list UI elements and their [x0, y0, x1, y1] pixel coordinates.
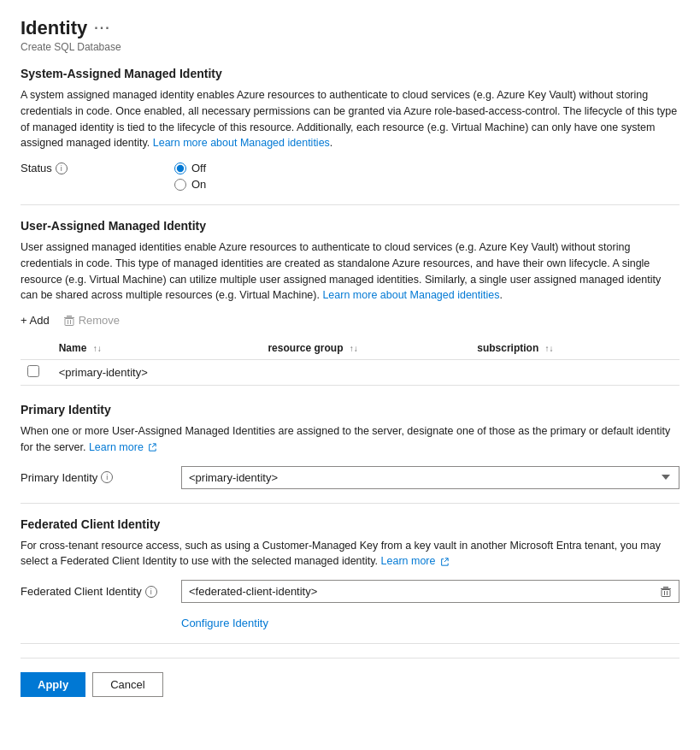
- federated-client-input[interactable]: [182, 581, 653, 602]
- row-sub-cell: [470, 360, 679, 386]
- federated-client-description: For cross-tenant resource access, such a…: [21, 538, 679, 570]
- federated-client-section: Federated Client Identity For cross-tena…: [21, 517, 679, 630]
- status-label: Status i: [21, 162, 174, 174]
- status-on-radio[interactable]: [174, 179, 186, 191]
- svg-rect-7: [662, 589, 670, 596]
- svg-rect-3: [68, 320, 68, 324]
- page-title: Identity ···: [21, 17, 679, 39]
- primary-identity-field-label: Primary Identity i: [21, 471, 174, 484]
- sort-sub-icon[interactable]: ↑↓: [545, 344, 554, 353]
- svg-rect-0: [64, 317, 74, 318]
- user-assigned-table-container: Name ↑↓ resource group ↑↓ subscription ↑…: [21, 337, 679, 386]
- status-off-label: Off: [191, 162, 206, 174]
- remove-button[interactable]: Remove: [63, 314, 120, 327]
- svg-rect-5: [661, 588, 671, 589]
- federated-client-input-wrapper: [181, 580, 679, 603]
- federated-client-delete-button[interactable]: [653, 582, 679, 602]
- apply-button[interactable]: Apply: [21, 672, 85, 697]
- primary-identity-select[interactable]: <primary-identity>: [181, 466, 679, 489]
- primary-identity-title: Primary Identity: [21, 403, 679, 416]
- row-checkbox-cell[interactable]: [21, 360, 52, 386]
- external-link-icon: [148, 443, 156, 452]
- user-assigned-table: Name ↑↓ resource group ↑↓ subscription ↑…: [21, 337, 679, 385]
- system-assigned-learn-more[interactable]: Learn more about Managed identities: [153, 137, 330, 149]
- divider-2: [21, 503, 679, 504]
- row-name-cell: <primary-identity>: [52, 360, 262, 386]
- status-on-label: On: [191, 178, 206, 191]
- federated-client-info-icon[interactable]: i: [145, 586, 157, 598]
- primary-identity-field-row: Primary Identity i <primary-identity>: [21, 466, 679, 489]
- col-sub-header: subscription ↑↓: [470, 337, 679, 360]
- row-rg-cell: [261, 360, 470, 386]
- svg-rect-4: [70, 320, 71, 324]
- trash-icon: [63, 315, 75, 327]
- user-assigned-section: User-Assigned Managed Identity User assi…: [21, 219, 679, 386]
- status-radio-group: Off On: [174, 162, 206, 191]
- title-ellipsis: ···: [94, 21, 110, 36]
- federated-client-learn-more[interactable]: Learn more: [381, 555, 449, 567]
- primary-identity-section: Primary Identity When one or more User-A…: [21, 403, 679, 489]
- user-assigned-title: User-Assigned Managed Identity: [21, 219, 679, 233]
- col-checkbox: [21, 337, 52, 360]
- federated-external-link-icon: [440, 558, 449, 566]
- federated-client-field-row: Federated Client Identity i: [21, 580, 679, 603]
- system-assigned-description: A system assigned managed identity enabl…: [21, 87, 679, 151]
- system-assigned-section: System-Assigned Managed Identity A syste…: [21, 67, 679, 191]
- table-row: <primary-identity>: [21, 360, 679, 386]
- svg-rect-1: [67, 316, 72, 317]
- status-on-option[interactable]: On: [174, 178, 206, 191]
- svg-rect-9: [667, 591, 668, 595]
- federated-client-title: Federated Client Identity: [21, 517, 679, 531]
- cancel-button[interactable]: Cancel: [92, 672, 162, 697]
- user-assigned-description: User assigned managed identities enable …: [21, 239, 679, 304]
- col-rg-header: resource group ↑↓: [261, 337, 470, 360]
- primary-identity-description: When one or more User-Assigned Managed I…: [21, 423, 679, 456]
- user-assigned-learn-more[interactable]: Learn more about Managed identities: [322, 289, 499, 301]
- status-row: Status i Off On: [21, 162, 679, 191]
- row-checkbox[interactable]: [27, 365, 39, 377]
- add-remove-bar: + Add Remove: [21, 314, 679, 327]
- status-info-icon[interactable]: i: [56, 162, 68, 174]
- primary-identity-learn-more[interactable]: Learn more: [89, 441, 156, 453]
- sort-name-icon[interactable]: ↑↓: [93, 344, 102, 353]
- system-assigned-title: System-Assigned Managed Identity: [21, 67, 679, 80]
- page-subtitle: Create SQL Database: [21, 41, 679, 53]
- add-button[interactable]: + Add: [21, 314, 50, 327]
- divider-3: [21, 643, 679, 644]
- svg-rect-6: [663, 587, 668, 588]
- federated-client-field-label: Federated Client Identity i: [21, 585, 174, 598]
- status-off-option[interactable]: Off: [174, 162, 206, 174]
- svg-rect-2: [65, 318, 74, 325]
- bottom-bar: Apply Cancel: [21, 658, 679, 697]
- primary-identity-info-icon[interactable]: i: [101, 471, 113, 483]
- divider-1: [21, 204, 679, 205]
- sort-rg-icon[interactable]: ↑↓: [350, 344, 358, 353]
- status-off-radio[interactable]: [174, 162, 186, 174]
- configure-identity-link[interactable]: Configure Identity: [181, 617, 268, 629]
- col-name-header: Name ↑↓: [52, 337, 262, 360]
- configure-link-row: Configure Identity: [181, 617, 679, 629]
- delete-icon: [660, 586, 672, 598]
- svg-rect-8: [664, 591, 665, 595]
